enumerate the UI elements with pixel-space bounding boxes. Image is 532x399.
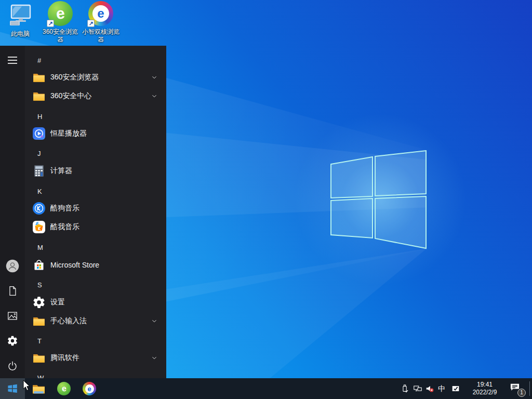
desktop-icon-xiaozhi-browser[interactable]: e ↗ 小智双核浏览器 xyxy=(81,1,121,44)
power-button[interactable] xyxy=(0,353,25,378)
hamburger-icon xyxy=(8,56,17,64)
item-label: 360安全中心 xyxy=(50,91,91,101)
usb-device-icon[interactable] xyxy=(401,384,410,393)
item-label: 酷狗音乐 xyxy=(50,204,79,213)
section-letter: T xyxy=(37,337,42,345)
settings-gear-icon xyxy=(32,296,46,309)
chevron-down-icon[interactable] xyxy=(151,74,158,81)
section-letter: S xyxy=(37,281,42,289)
app-list-section[interactable]: H xyxy=(25,107,166,126)
start-menu-rail xyxy=(0,46,25,378)
app-list-section[interactable]: K xyxy=(25,182,166,201)
kugou-music-icon xyxy=(32,202,46,215)
taskbar-clock[interactable]: 19:41 2022/2/9 xyxy=(469,381,501,396)
pictures-button[interactable] xyxy=(0,303,25,328)
hamburger-menu-button[interactable] xyxy=(0,48,25,73)
section-letter: H xyxy=(37,113,42,121)
section-letter: K xyxy=(37,188,42,195)
section-letter: J xyxy=(37,150,41,157)
document-icon xyxy=(7,285,18,297)
shortcut-arrow-icon: ↗ xyxy=(47,20,54,27)
desktop-icon-360-browser[interactable]: e ↗ 360安全浏览器 xyxy=(40,1,81,44)
app-list-section[interactable]: M xyxy=(25,238,166,257)
start-menu-item-360-browser-folder[interactable]: 360安全浏览器 xyxy=(25,68,166,87)
folder-icon xyxy=(32,314,46,328)
section-letter: W xyxy=(37,374,44,379)
start-menu-item-360-center-folder[interactable]: 360安全中心 xyxy=(25,87,166,105)
mouse-cursor xyxy=(23,380,30,391)
item-label: 手心输入法 xyxy=(50,316,87,326)
desktop-icon-label: 小智双核浏览器 xyxy=(81,28,121,44)
item-label: 恒星播放器 xyxy=(50,129,87,138)
user-icon xyxy=(5,259,20,273)
taskbar-xiaozhi-browser[interactable]: e xyxy=(77,378,102,399)
clock-time: 19:41 xyxy=(469,381,501,389)
app-list-section[interactable]: S xyxy=(25,275,166,294)
chevron-down-icon[interactable] xyxy=(151,354,158,362)
taskbar: e e 中 19:41 2022/2/9 1 xyxy=(0,378,532,399)
windows-logo-graphic xyxy=(327,148,431,257)
documents-button[interactable] xyxy=(0,278,25,303)
desktop-icon-label: 360安全浏览器 xyxy=(40,28,81,44)
start-menu-item-shouxin-ime-folder[interactable]: 手心输入法 xyxy=(25,312,166,330)
kuwo-music-icon xyxy=(32,220,46,234)
notification-count-badge: 1 xyxy=(517,389,526,397)
start-menu-item-kuwo-music[interactable]: 酷我音乐 xyxy=(25,218,166,236)
network-icon[interactable] xyxy=(413,384,422,393)
desktop-icon-this-pc[interactable]: 此电脑 xyxy=(0,3,41,38)
start-menu-item-tencent-folder[interactable]: 腾讯软件 xyxy=(25,349,166,367)
clock-date: 2022/2/9 xyxy=(469,389,501,396)
user-account-button[interactable] xyxy=(0,254,25,278)
xiaozhi-browser-icon: e xyxy=(83,382,96,395)
this-pc-icon xyxy=(8,3,33,28)
item-label: 计算器 xyxy=(50,166,72,176)
folder-icon xyxy=(32,351,46,365)
windows-desktop: 此电脑 e ↗ 360安全浏览器 e ↗ 小智双核浏览器 xyxy=(0,0,532,399)
microsoft-store-icon xyxy=(32,258,46,272)
settings-button[interactable] xyxy=(0,328,25,353)
start-menu-item-kugou-music[interactable]: 酷狗音乐 xyxy=(25,199,166,218)
app-list-section[interactable]: J xyxy=(25,144,166,163)
ime-indicator[interactable]: 中 xyxy=(438,384,445,393)
section-letter: # xyxy=(37,57,41,64)
item-label: 设置 xyxy=(50,298,65,307)
item-label: Microsoft Store xyxy=(50,261,99,269)
chevron-down-icon[interactable] xyxy=(151,317,158,325)
gear-icon xyxy=(7,335,18,347)
item-label: 酷我音乐 xyxy=(50,222,79,232)
folder-icon xyxy=(32,71,46,84)
item-label: 腾讯软件 xyxy=(50,353,79,363)
start-menu-item-microsoft-store[interactable]: Microsoft Store xyxy=(25,256,166,274)
360-browser-icon: e xyxy=(57,382,71,395)
taskbar-360-browser[interactable]: e xyxy=(51,378,76,399)
start-menu: # 360安全浏览器 360安全中心 H 恒星播放器 J 计算器 K 酷狗音乐 xyxy=(0,46,166,378)
volume-muted-icon[interactable] xyxy=(425,384,434,393)
windows-start-icon xyxy=(7,383,18,394)
start-button[interactable] xyxy=(0,378,25,399)
folder-icon xyxy=(32,89,46,103)
app-list-section[interactable]: T xyxy=(25,331,166,350)
hengxing-player-icon xyxy=(32,127,46,140)
app-list-section[interactable]: # xyxy=(25,51,166,70)
shortcut-arrow-icon: ↗ xyxy=(87,20,95,27)
app-list-section[interactable]: W xyxy=(25,368,166,378)
power-icon xyxy=(7,360,18,371)
item-label: 360安全浏览器 xyxy=(50,73,99,82)
section-letter: M xyxy=(37,244,43,251)
show-desktop-button[interactable] xyxy=(529,381,530,396)
start-menu-item-hengxing-player[interactable]: 恒星播放器 xyxy=(25,124,166,143)
picture-icon xyxy=(7,310,18,322)
windows-security-icon[interactable] xyxy=(451,384,460,393)
calculator-icon xyxy=(32,164,46,178)
start-menu-item-calculator[interactable]: 计算器 xyxy=(25,162,166,180)
chevron-down-icon[interactable] xyxy=(151,92,158,100)
start-menu-item-settings[interactable]: 设置 xyxy=(25,293,166,312)
file-explorer-icon xyxy=(32,382,46,396)
desktop-icon-label: 此电脑 xyxy=(0,30,41,38)
